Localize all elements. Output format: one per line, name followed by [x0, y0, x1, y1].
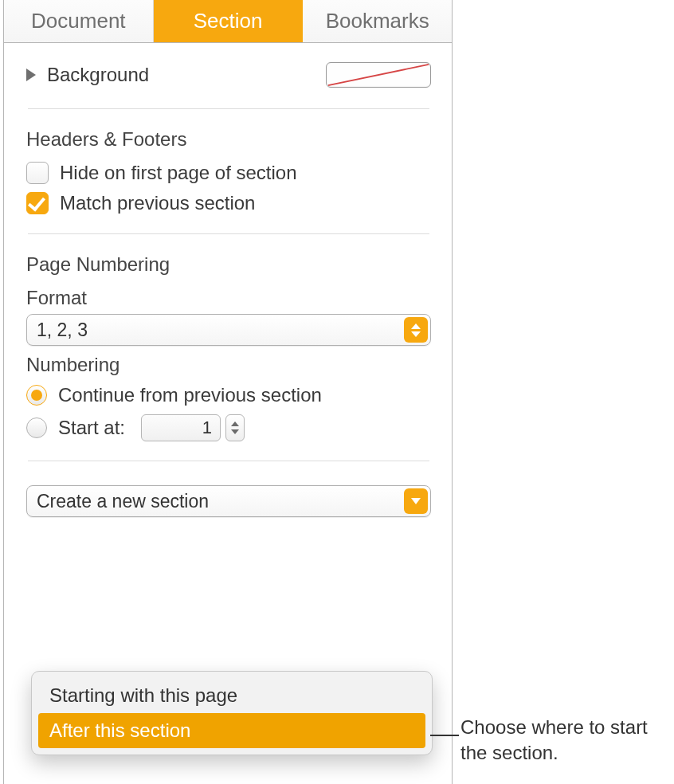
create-section-popup[interactable]: Create a new section [26, 485, 431, 517]
match-previous-checkbox-row[interactable]: Match previous section [26, 192, 431, 214]
popup-arrow-icon [404, 488, 428, 514]
checkbox-checked-icon [26, 192, 49, 214]
stepper-up-icon [231, 421, 239, 426]
background-disclosure[interactable]: Background [26, 64, 149, 86]
no-fill-icon [327, 63, 430, 87]
tab-label: Document [31, 9, 126, 33]
callout-leader-line [430, 735, 459, 736]
divider [28, 461, 429, 461]
menu-item-after-this-section[interactable]: After this section [38, 713, 425, 748]
tab-section[interactable]: Section [154, 0, 304, 42]
popup-value: Create a new section [37, 491, 209, 512]
stepper-down-icon [231, 429, 239, 434]
background-color-well[interactable] [326, 62, 431, 88]
menu-item-label: Starting with this page [49, 684, 237, 706]
popup-value: 1, 2, 3 [37, 319, 88, 341]
menu-item-label: After this section [49, 719, 190, 741]
radio-continue[interactable]: Continue from previous section [26, 384, 431, 406]
divider [28, 233, 429, 234]
radio-selected-icon [26, 385, 47, 406]
checkbox-label: Match previous section [60, 192, 255, 214]
numbering-label: Numbering [26, 354, 431, 376]
format-label: Format [26, 287, 431, 309]
tab-bookmarks[interactable]: Bookmarks [303, 0, 452, 42]
background-label: Background [47, 64, 149, 86]
tab-document[interactable]: Document [4, 0, 154, 42]
radio-start-at[interactable]: Start at: 1 [26, 414, 431, 441]
create-section-menu: Starting with this page After this secti… [31, 671, 433, 755]
menu-item-starting-with-page[interactable]: Starting with this page [38, 678, 425, 713]
page-numbering-title: Page Numbering [26, 253, 431, 276]
svg-line-0 [328, 65, 429, 85]
radio-label: Continue from previous section [58, 384, 322, 406]
tab-label: Section [194, 9, 263, 33]
callout-text: Choose where to start the section. [460, 715, 668, 766]
format-popup[interactable]: 1, 2, 3 [26, 314, 431, 346]
start-at-stepper[interactable] [225, 414, 245, 441]
hide-first-page-checkbox-row[interactable]: Hide on first page of section [26, 162, 431, 184]
headers-footers-title: Headers & Footers [26, 128, 431, 151]
chevron-right-icon [26, 69, 36, 81]
tab-label: Bookmarks [326, 9, 429, 33]
checkbox-icon [26, 162, 49, 184]
start-at-field[interactable]: 1 [141, 414, 221, 441]
popup-stepper-icon [404, 317, 428, 343]
checkbox-label: Hide on first page of section [60, 162, 297, 184]
radio-icon [26, 417, 47, 438]
tab-bar: Document Section Bookmarks [4, 0, 452, 43]
radio-label: Start at: [58, 417, 125, 439]
divider [28, 108, 429, 109]
inspector-panel: Document Section Bookmarks Background [3, 0, 453, 784]
